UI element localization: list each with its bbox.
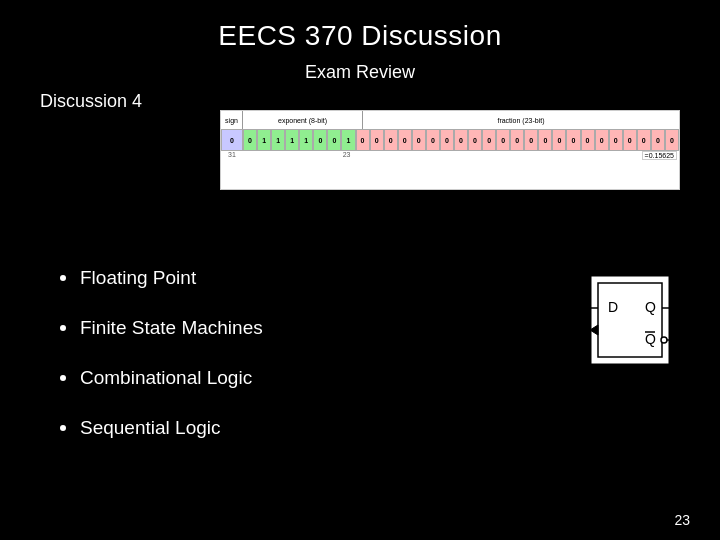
dff-svg: D Q Q bbox=[570, 270, 690, 380]
fp-index-31: 31 bbox=[221, 151, 243, 165]
fp-exp-bit-2: 1 bbox=[257, 129, 271, 151]
svg-point-10 bbox=[661, 337, 667, 343]
bullet-dot-4 bbox=[60, 425, 66, 431]
fp-frac-bit-4: 0 bbox=[412, 129, 426, 151]
fp-frac-label: fraction (23-bit) bbox=[363, 111, 679, 129]
bullet-dot-1 bbox=[60, 275, 66, 281]
fp-frac-bit-20: 0 bbox=[637, 129, 651, 151]
bullet-label-finite-state-machines: Finite State Machines bbox=[80, 317, 263, 339]
slide-title: EECS 370 Discussion bbox=[40, 20, 680, 52]
slide: EECS 370 Discussion Exam Review Discussi… bbox=[0, 0, 720, 540]
fp-frac-bit-18: 0 bbox=[609, 129, 623, 151]
fp-exp-bit-4: 1 bbox=[285, 129, 299, 151]
fp-index-23: 23 bbox=[243, 151, 355, 165]
bullet-label-combinational-logic: Combinational Logic bbox=[80, 367, 252, 389]
fp-frac-bit-5: 0 bbox=[426, 129, 440, 151]
bullet-label-sequential-logic: Sequential Logic bbox=[80, 417, 221, 439]
fp-frac-bit-13: 0 bbox=[538, 129, 552, 151]
fp-frac-bit-12: 0 bbox=[524, 129, 538, 151]
fp-frac-bit-17: 0 bbox=[595, 129, 609, 151]
fp-exp-bit-3: 1 bbox=[271, 129, 285, 151]
svg-text:D: D bbox=[608, 299, 618, 315]
fp-frac-bit-6: 0 bbox=[440, 129, 454, 151]
page-number: 23 bbox=[674, 512, 690, 528]
fp-index-0: 0 bbox=[355, 151, 680, 165]
fp-frac-bit-21: 0 bbox=[651, 129, 665, 151]
fp-frac-bit-1: 0 bbox=[370, 129, 384, 151]
bullet-dot-2 bbox=[60, 325, 66, 331]
fp-sign-bit-0: 0 bbox=[221, 129, 243, 151]
fp-exp-bit-8: 1 bbox=[341, 129, 355, 151]
fp-exp-bit-5: 1 bbox=[299, 129, 313, 151]
fp-diagram: sign exponent (8-bit) fraction (23-bit) … bbox=[221, 111, 679, 189]
svg-text:Q: Q bbox=[645, 299, 656, 315]
fp-result-label: =0.15625 bbox=[642, 151, 677, 160]
fp-exp-bit-7: 0 bbox=[327, 129, 341, 151]
discussion-label: Discussion 4 bbox=[40, 91, 680, 112]
fp-exp-label: exponent (8-bit) bbox=[243, 111, 363, 129]
fp-exp-bit-1: 0 bbox=[243, 129, 257, 151]
fp-index-row: 31 23 0 =0.15625 bbox=[221, 151, 679, 165]
slide-subtitle: Exam Review bbox=[40, 62, 680, 83]
fp-frac-bit-22: 0 bbox=[665, 129, 679, 151]
fp-bits-row: 0 0 1 1 1 1 0 0 1 0 0 0 0 0 0 0 0 0 0 bbox=[221, 129, 679, 151]
fp-frac-bit-14: 0 bbox=[552, 129, 566, 151]
fp-frac-bit-3: 0 bbox=[398, 129, 412, 151]
fp-sign-label: sign bbox=[221, 111, 243, 129]
fp-frac-bit-2: 0 bbox=[384, 129, 398, 151]
dff-diagram-container: D Q Q bbox=[570, 270, 690, 380]
fp-frac-bit-16: 0 bbox=[581, 129, 595, 151]
fp-exp-bit-6: 0 bbox=[313, 129, 327, 151]
svg-text:Q: Q bbox=[645, 331, 656, 347]
fp-frac-bit-11: 0 bbox=[510, 129, 524, 151]
fp-frac-bit-0: 0 bbox=[356, 129, 370, 151]
fp-frac-bit-9: 0 bbox=[482, 129, 496, 151]
fp-frac-bit-8: 0 bbox=[468, 129, 482, 151]
fp-frac-bit-15: 0 bbox=[566, 129, 580, 151]
bullet-label-floating-point: Floating Point bbox=[80, 267, 196, 289]
bullet-item-sequential-logic: Sequential Logic bbox=[40, 417, 680, 439]
fp-header-row: sign exponent (8-bit) fraction (23-bit) bbox=[221, 111, 679, 129]
bullet-dot-3 bbox=[60, 375, 66, 381]
fp-frac-bit-19: 0 bbox=[623, 129, 637, 151]
fp-frac-bit-10: 0 bbox=[496, 129, 510, 151]
fp-frac-bit-7: 0 bbox=[454, 129, 468, 151]
fp-diagram-container: sign exponent (8-bit) fraction (23-bit) … bbox=[220, 110, 680, 190]
